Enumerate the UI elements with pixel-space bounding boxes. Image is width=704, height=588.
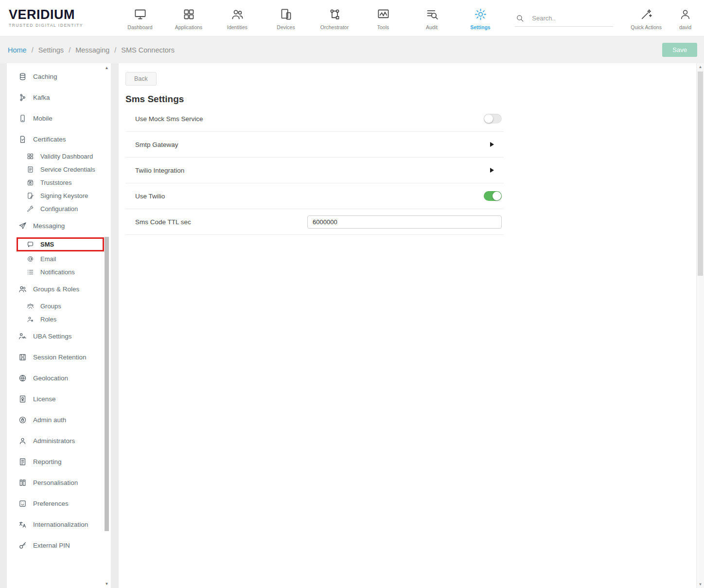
apps-icon [182,8,195,21]
setting-control [484,191,502,201]
external-pin-icon [18,541,27,550]
setting-label: Smtp Gateway [135,141,178,148]
nav-item-dashboard[interactable]: Dashboard [116,6,164,30]
nav-label: Dashboard [127,24,152,30]
sidebar-item-label: Caching [33,73,57,80]
geolocation-icon [18,374,27,382]
sms-settings-panel: Back Sms Settings Use Mock Sms ServiceSm… [119,63,696,588]
sidebar-item-label: Service Credentials [40,166,95,173]
sidebar-item-label: Messaging [33,222,65,230]
service-credentials-icon [27,166,34,173]
sidebar-item-label: Admin auth [33,416,66,424]
twilio-integration-expand-caret-icon[interactable] [490,168,494,173]
sidebar-item-service-credentials[interactable]: Service Credentials [7,163,111,176]
sidebar-item-signing-keystore[interactable]: Signing Keystore [7,189,111,202]
search-input[interactable] [531,14,604,22]
quick-actions-button[interactable]: Quick Actions [631,6,662,30]
back-button[interactable]: Back [125,72,157,86]
brand-logo[interactable]: VERIDIUM TRUSTED DIGITAL IDENTITY [9,8,100,28]
smtp-gateway-expand-caret-icon[interactable] [490,142,494,147]
sidebar-item-email[interactable]: Email [7,252,111,266]
mobile-icon [18,114,27,123]
settings-row-twilio-integration[interactable]: Twilio Integration [125,158,504,183]
internationalization-icon [18,520,27,529]
user-menu[interactable]: david [679,6,691,30]
setting-control [484,114,502,124]
sidebar-item-geolocation[interactable]: Geolocation [7,368,111,389]
nav-item-orchestrator[interactable]: Orchestrator [310,6,359,30]
sidebar-item-preferences[interactable]: Preferences [7,493,111,514]
sidebar-item-certificates[interactable]: Certificates [7,129,111,150]
breadcrumb-home[interactable]: Home [8,46,27,54]
administrators-icon [18,437,27,445]
sidebar-item-administrators[interactable]: Administrators [7,430,111,451]
sidebar-item-validity-dashboard[interactable]: Validity Dashboard [7,150,111,163]
page-scroll-down-icon[interactable]: ▼ [697,581,704,588]
admin-auth-icon [18,416,27,424]
validity-dashboard-icon [27,153,34,160]
sidebar-item-internationalization[interactable]: Internationalization [7,514,111,535]
sidebar-item-mobile[interactable]: Mobile [7,108,111,129]
sidebar-item-license[interactable]: License [7,389,111,410]
setting-control [490,168,502,173]
sidebar-scrollbar: ▲ ▼ [104,64,110,587]
sidebar-item-groups-roles[interactable]: Groups & Roles [7,279,111,300]
breadcrumb-settings[interactable]: Settings [38,46,64,54]
sidebar-item-caching[interactable]: Caching [7,66,111,87]
messaging-icon [18,222,27,230]
sidebar-item-label: Preferences [33,500,69,507]
sidebar-item-label: Groups & Roles [33,285,79,293]
sidebar-item-kafka[interactable]: Kafka [7,87,111,108]
nav-item-audit[interactable]: Audit [407,6,456,30]
nav-item-devices[interactable]: Devices [262,6,310,30]
page-scrollbar: ▲ ▼ [696,63,704,588]
settings-row-smtp-gateway[interactable]: Smtp Gateway [125,132,504,158]
sidebar-scroll-up-icon[interactable]: ▲ [104,64,110,71]
sidebar-scroll-thumb[interactable] [105,237,109,531]
sidebar-item-truststores[interactable]: Truststores [7,176,111,189]
sidebar-item-label: Reporting [33,458,62,465]
sidebar-item-configuration[interactable]: Configuration [7,202,111,215]
sidebar-item-session-retention[interactable]: Session Retention [7,347,111,368]
sidebar-item-external-pin[interactable]: External PIN [7,535,111,556]
sidebar-scroll-down-icon[interactable]: ▼ [104,580,110,587]
setting-control [490,142,502,147]
setting-control [307,215,502,229]
nav-item-settings[interactable]: Settings [456,6,505,30]
save-button[interactable]: Save [662,43,697,57]
sidebar-item-label: External PIN [33,542,70,549]
nav-item-tools[interactable]: Tools [359,6,407,30]
nav-label: Applications [175,24,203,30]
nav-item-identities[interactable]: Identities [213,6,262,30]
use-mock-sms-service-toggle[interactable] [484,114,502,124]
truststores-icon [27,179,34,186]
sidebar-item-reporting[interactable]: Reporting [7,451,111,472]
page-title: Sms Settings [125,94,696,105]
devices-icon [280,8,293,21]
page-scroll-thumb[interactable] [698,71,703,276]
nav-item-applications[interactable]: Applications [164,6,213,30]
top-header: VERIDIUM TRUSTED DIGITAL IDENTITY Dashbo… [0,0,704,36]
nav-label: Orchestrator [320,24,349,30]
sidebar-item-label: Personalisation [33,479,78,486]
sidebar-item-label: Certificates [33,136,66,143]
sms-code-ttl-sec-input[interactable] [307,215,502,229]
page-scroll-up-icon[interactable]: ▲ [697,63,704,71]
toggle-knob [493,192,501,200]
sidebar-item-uba-settings[interactable]: UBA Settings [7,326,111,347]
sidebar-item-sms[interactable]: SMS [17,237,104,251]
personalisation-icon [18,479,27,487]
sidebar-item-personalisation[interactable]: Personalisation [7,472,111,493]
breadcrumb-messaging[interactable]: Messaging [75,46,109,54]
sidebar-item-admin-auth[interactable]: Admin auth [7,410,111,430]
brand-name: VERIDIUM [9,8,100,21]
breadcrumb-separator: / [32,46,34,54]
sidebar-item-messaging[interactable]: Messaging [7,215,111,236]
sidebar-item-label: Validity Dashboard [40,153,93,160]
sidebar-item-groups[interactable]: Groups [7,300,111,313]
use-twilio-toggle[interactable] [484,191,502,201]
sidebar-item-roles[interactable]: Roles [7,313,111,326]
toggle-knob [484,114,493,123]
sidebar-item-label: Truststores [40,179,72,186]
sidebar-item-notifications[interactable]: Notifications [7,266,111,279]
